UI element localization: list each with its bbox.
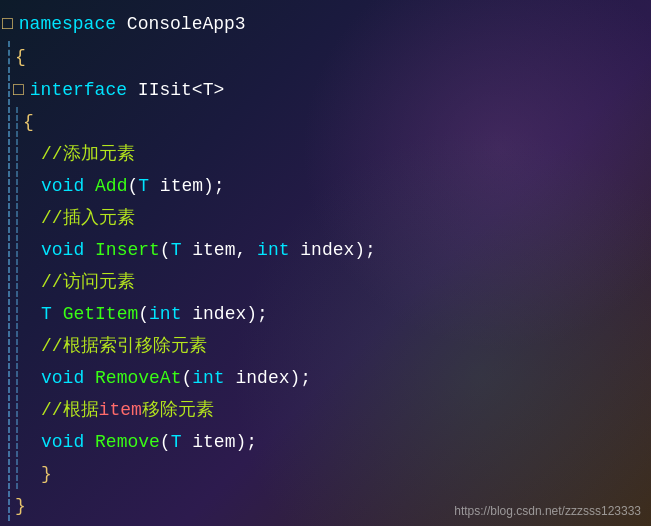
dashed-line-inner-5: [16, 139, 18, 169]
dashed-line-outer-6: [8, 171, 10, 201]
code-container: □ namespace ConsoleApp3 { □ interface II…: [0, 0, 651, 526]
line-7-content: //插入元素: [21, 204, 651, 233]
dashed-line-outer-10: [8, 299, 10, 329]
code-line-5: //添加元素: [0, 138, 651, 170]
dashed-line-outer-7: [8, 203, 10, 233]
line-5-content: //添加元素: [21, 140, 651, 169]
line-10-content: T GetItem(int index);: [21, 300, 651, 329]
line-12-content: void RemoveAt(int index);: [21, 364, 651, 393]
dashed-line-outer-4: [8, 107, 10, 137]
code-line-12: void RemoveAt(int index);: [0, 362, 651, 394]
dashed-line-outer-13: [8, 395, 10, 425]
interface-bracket-icon: □: [13, 80, 28, 100]
dashed-line-outer-5: [8, 139, 10, 169]
dashed-line-outer: [8, 41, 10, 73]
line-14-content: void Remove(T item);: [21, 428, 651, 457]
dashed-line-outer-8: [8, 235, 10, 265]
dashed-line-inner-6: [16, 171, 18, 201]
dashed-line-inner-4: [16, 107, 18, 137]
line-8-content: void Insert(T item, int index);: [21, 236, 651, 265]
dashed-line-inner-13: [16, 395, 18, 425]
code-line-2: {: [0, 40, 651, 74]
code-line-6: void Add(T item);: [0, 170, 651, 202]
dashed-line-outer-12: [8, 363, 10, 393]
code-line-3: □ interface IIsit<T>: [0, 74, 651, 106]
dashed-line-outer-15: [8, 459, 10, 489]
ns-bracket-icon: □: [0, 14, 17, 34]
dashed-line-inner-9: [16, 267, 18, 297]
code-line-4: {: [0, 106, 651, 138]
code-line-14: void Remove(T item);: [0, 426, 651, 458]
code-line-9: //访问元素: [0, 266, 651, 298]
line-1-content: namespace ConsoleApp3: [17, 10, 651, 39]
line-6-content: void Add(T item);: [21, 172, 651, 201]
dashed-line-inner-10: [16, 299, 18, 329]
code-line-11: //根据索引移除元素: [0, 330, 651, 362]
dashed-line-inner-12: [16, 363, 18, 393]
line-15-content: }: [21, 460, 651, 489]
line-13-content: //根据item移除元素: [21, 396, 651, 425]
dashed-line-outer-3: [8, 75, 10, 105]
code-line-1: □ namespace ConsoleApp3: [0, 8, 651, 40]
line-11-content: //根据索引移除元素: [21, 332, 651, 361]
code-line-7: //插入元素: [0, 202, 651, 234]
watermark: https://blog.csdn.net/zzzsss123333: [454, 504, 641, 518]
line-3-content: interface IIsit<T>: [28, 76, 651, 105]
dashed-line-outer-16: [8, 491, 10, 521]
dashed-line-inner-14: [16, 427, 18, 457]
line-2-content: {: [13, 43, 651, 72]
line-4-content: {: [21, 108, 651, 137]
dashed-line-outer-9: [8, 267, 10, 297]
code-line-13: //根据item移除元素: [0, 394, 651, 426]
dashed-line-inner-8: [16, 235, 18, 265]
dashed-line-outer-11: [8, 331, 10, 361]
code-line-15: }: [0, 458, 651, 490]
code-line-8: void Insert(T item, int index);: [0, 234, 651, 266]
dashed-line-inner-11: [16, 331, 18, 361]
line-9-content: //访问元素: [21, 268, 651, 297]
code-line-10: T GetItem(int index);: [0, 298, 651, 330]
dashed-line-inner-15: [16, 459, 18, 489]
dashed-line-outer-14: [8, 427, 10, 457]
dashed-line-inner-7: [16, 203, 18, 233]
